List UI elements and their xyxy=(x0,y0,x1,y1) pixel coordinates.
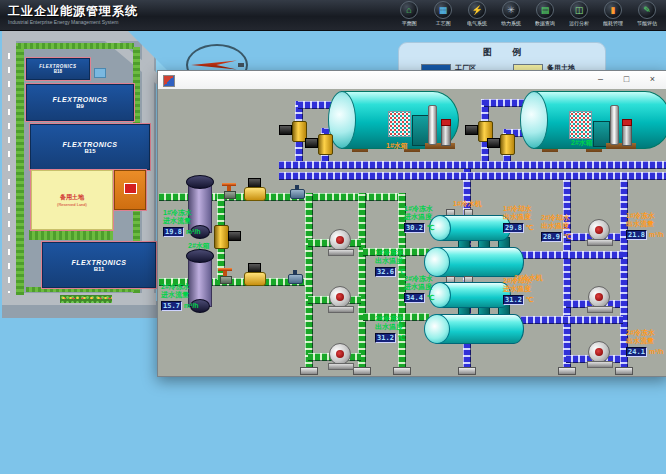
window-icon xyxy=(163,75,175,87)
ball-valve[interactable] xyxy=(244,187,266,201)
motor-valve[interactable] xyxy=(214,225,229,249)
compass-needle-tail xyxy=(238,63,244,67)
toolbar-button[interactable]: ▮ 能耗管理 xyxy=(598,1,628,29)
toolbar-button[interactable]: ▤ 数据查询 xyxy=(530,1,560,29)
energy-mgmt-icon: ▮ xyxy=(604,1,622,19)
gauge-instrument xyxy=(441,119,451,146)
pipe-segment xyxy=(279,161,666,169)
flowerbed xyxy=(60,295,112,303)
valve-actuator xyxy=(465,125,478,135)
readout-chw2-inflow: 2#冷冻水进水流量 15.7m³/h xyxy=(161,283,199,311)
valve-actuator xyxy=(279,125,292,135)
window-titlebar[interactable]: – □ × xyxy=(158,71,666,90)
building-b18[interactable]: FLEXTRONICS B18 xyxy=(26,58,90,80)
reserved-land: 备用土地 (Reserved Land) xyxy=(31,170,113,230)
pump[interactable] xyxy=(329,229,351,251)
chiller-1-label: 1#冷水机 xyxy=(453,199,482,209)
header-bar: 工业企业能源管理系统 Industrial Enterprise Energy … xyxy=(0,0,666,31)
pump[interactable] xyxy=(329,343,351,365)
pump[interactable] xyxy=(588,341,610,363)
building-b11[interactable]: FLEXTRONICS B11 xyxy=(42,242,156,288)
readout-chw2-out-temp: 2#冷冻水出水温度 31.2℃ xyxy=(375,315,406,343)
tank-2-label: 2#水箱 xyxy=(571,138,593,148)
toolbar-button-label: 能耗管理 xyxy=(603,20,623,26)
valve-actuator xyxy=(487,138,500,148)
close-button[interactable]: × xyxy=(646,73,659,86)
pipe-segment xyxy=(563,172,571,369)
electrical-system-icon: ⚡ xyxy=(468,1,486,19)
pipe-segment xyxy=(521,316,623,324)
vessel-label: 2#水箱 xyxy=(188,241,210,251)
valve-actuator xyxy=(305,138,318,148)
pipe-segment xyxy=(279,172,666,180)
motor-valve[interactable] xyxy=(500,134,515,155)
toolbar-button[interactable]: ⚡ 电气系统 xyxy=(462,1,492,29)
building-b15[interactable]: FLEXTRONICS B15 xyxy=(30,124,150,170)
assessment-icon: ✎ xyxy=(638,1,656,19)
tank-hatch xyxy=(412,115,429,146)
utility-building xyxy=(114,170,146,210)
data-query-icon: ▤ xyxy=(536,1,554,19)
green-strip xyxy=(29,230,113,240)
green-strip xyxy=(18,43,134,49)
power-system-icon: ✳ xyxy=(502,1,520,19)
legend-title: 图 例 xyxy=(399,46,605,59)
pipe-segment xyxy=(358,193,366,369)
utility-badge xyxy=(124,183,137,194)
check-valve[interactable] xyxy=(288,274,303,284)
process-window: – □ × xyxy=(157,70,666,377)
toolbar-button[interactable]: ✳ 动力系统 xyxy=(496,1,526,29)
toolbar-button-label: 数据查询 xyxy=(535,20,555,26)
building-b9[interactable]: FLEXTRONICS B9 xyxy=(26,84,134,121)
readout-chw1-outflow: 1#冷冻水出水流量 21.8m³/h xyxy=(626,212,664,240)
chiller-end-cap xyxy=(424,314,450,344)
readout-chw1-inflow: 1#冷冻水进水流量 19.8m³/h xyxy=(163,209,201,237)
toolbar-button[interactable]: ◫ 运行分析 xyxy=(564,1,594,29)
pump[interactable] xyxy=(588,219,610,241)
app-title: 工业企业能源管理系统 xyxy=(8,3,138,20)
toolbar-button[interactable]: ▦ 工艺图 xyxy=(428,1,458,29)
motor-valve[interactable] xyxy=(318,134,333,155)
pipe-segment xyxy=(305,193,313,369)
check-valve[interactable] xyxy=(290,189,305,199)
pipe-segment xyxy=(521,251,623,259)
pump[interactable] xyxy=(588,286,610,308)
gauge-instrument xyxy=(622,119,632,146)
minimize-button[interactable]: – xyxy=(594,73,607,86)
toolbar-button-label: 运行分析 xyxy=(569,20,589,26)
pipe-flange xyxy=(458,367,476,375)
toolbar-button[interactable]: ✎ 节能评估 xyxy=(632,1,662,29)
road-centerline xyxy=(8,45,10,297)
tank-panel xyxy=(388,111,411,137)
toolbar-button-label: 工艺图 xyxy=(436,20,451,26)
readout-cw1-out-temp: 1#冷却水出水温度 29.8℃ xyxy=(503,205,534,233)
site-plan-map: FLEXTRONICS B18 FLEXTRONICS B9 FLEXTRONI… xyxy=(2,31,168,318)
green-strip xyxy=(16,43,24,295)
pipe-flange xyxy=(393,367,411,375)
tank-1-label: 1#水箱 xyxy=(386,141,408,151)
chiller-end-cap xyxy=(424,247,450,277)
desktop: 工业企业能源管理系统 Industrial Enterprise Energy … xyxy=(0,0,666,474)
readout-chw1-in-temp: 1#冷冻水进水温度 30.2℃ xyxy=(404,205,435,233)
vessel-cap xyxy=(186,249,214,263)
ball-valve[interactable] xyxy=(244,272,266,286)
valve-actuator xyxy=(228,231,241,241)
manual-valve-body xyxy=(220,276,232,284)
maximize-button[interactable]: □ xyxy=(620,73,633,86)
toolbar-button[interactable]: ⌂ 平面图 xyxy=(394,1,424,29)
analysis-icon: ◫ xyxy=(570,1,588,19)
readout-cw2-in-temp: 2#冷却水进水温度 31.2℃ xyxy=(503,277,534,305)
tank-end-cap xyxy=(520,91,548,149)
pipe-flange xyxy=(300,367,318,375)
app-subtitle: Industrial Enterprise Energy Management … xyxy=(8,19,118,25)
pump[interactable] xyxy=(329,286,351,308)
level-instrument xyxy=(428,105,437,145)
pipe-flange xyxy=(615,367,633,375)
plan-view-icon: ⌂ xyxy=(400,1,418,19)
readout-chw2-in-temp: 2#冷冻水进水温度 34.4℃ xyxy=(404,275,435,303)
small-building xyxy=(94,68,106,78)
vessel-cap xyxy=(186,175,214,189)
pipe-flange xyxy=(558,367,576,375)
level-instrument xyxy=(610,105,619,145)
tank-panel xyxy=(569,111,592,139)
